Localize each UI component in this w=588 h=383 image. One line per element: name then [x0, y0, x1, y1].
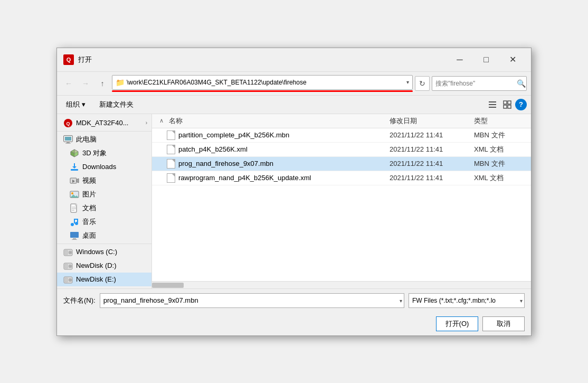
new-folder-button[interactable]: 新建文件夹 [94, 98, 138, 111]
file-list: ∧ 名称 修改日期 类型 partition_complete_p4K_b256… [152, 114, 531, 281]
sidebar-divider-2 [57, 244, 151, 244]
sidebar-music-label: 音乐 [82, 217, 96, 227]
sidebar-item-documents[interactable]: 文档 [57, 201, 151, 215]
minimize-button[interactable]: ─ [448, 52, 472, 67]
file-row-0[interactable]: partition_complete_p4K_b256K.mbn 2021/11… [152, 128, 531, 143]
filename-2: prog_nand_firehose_9x07.mbn [178, 160, 273, 167]
file-date-3: 2021/11/22 11:41 [390, 174, 474, 182]
organize-button[interactable]: 组织 ▾ [61, 98, 90, 111]
svg-rect-5 [504, 105, 507, 108]
forward-button[interactable]: → [78, 76, 93, 91]
open-button[interactable]: 打开(O) [436, 316, 478, 331]
sidebar-item-3d-objects[interactable]: 3D 对象 [57, 146, 151, 160]
svg-rect-38 [77, 219, 78, 222]
music-icon [70, 217, 79, 227]
sidebar-item-music[interactable]: 音乐 [57, 215, 151, 229]
filename-input[interactable] [100, 293, 404, 308]
svg-rect-3 [504, 101, 507, 104]
svg-rect-43 [65, 250, 68, 255]
filetype-select[interactable]: FW Files (*.txt;*.cfg;*.mbn;*.lo [409, 293, 525, 308]
drive-icon: Q [63, 118, 73, 128]
search-input[interactable] [435, 80, 515, 87]
sidebar-item-this-pc[interactable]: 此电脑 [57, 133, 151, 146]
sidebar-item-newdisk-d[interactable]: NewDisk (D:) [57, 259, 151, 273]
hdd-c-icon [63, 247, 73, 257]
filename-3: rawprogram_nand_p4K_b256K_update.xml [178, 174, 311, 182]
window-controls: ─ □ ✕ [448, 52, 525, 67]
back-button[interactable]: ← [61, 76, 76, 91]
actions-bar: 组织 ▾ 新建文件夹 ? [57, 96, 531, 114]
details-view-button[interactable] [500, 98, 514, 111]
filename-input-wrapper: ▾ [100, 293, 404, 308]
close-button[interactable]: ✕ [500, 52, 525, 67]
search-icon[interactable]: 🔍 [517, 79, 526, 88]
file-icon-1 [167, 145, 175, 154]
sidebar-desktop-label: 桌面 [82, 231, 96, 240]
sidebar-item-windows-c[interactable]: Windows (C:) [57, 245, 151, 259]
sidebar-newdisk-d-label: NewDisk (D:) [76, 261, 117, 269]
app-icon: Q [63, 54, 74, 65]
horizontal-scrollbar[interactable] [152, 281, 531, 288]
filename-bar: 文件名(N): ▾ FW Files (*.txt;*.cfg;*.mbn;*.… [57, 288, 531, 312]
column-name-header[interactable]: 名称 [167, 116, 390, 126]
address-bar[interactable]: 📁 \work\EC21KLFAR06A03M4G_SKT_BETA1122\u… [112, 75, 413, 90]
maximize-button[interactable]: □ [474, 52, 498, 67]
computer-icon [63, 135, 73, 144]
svg-rect-39 [70, 232, 79, 238]
content-area: Q MDK_AT32F40... › 此电 [57, 114, 531, 288]
file-row-2[interactable]: prog_nand_firehose_9x07.mbn 2021/11/22 1… [152, 157, 531, 171]
sidebar-item-mdk[interactable]: Q MDK_AT32F40... › [57, 116, 151, 130]
help-button[interactable]: ? [515, 99, 527, 110]
file-type-0: MBN 文件 [474, 130, 527, 140]
refresh-button[interactable]: ↻ [415, 76, 430, 91]
column-type-header[interactable]: 类型 [474, 116, 527, 126]
file-type-2: MBN 文件 [474, 159, 527, 169]
search-box[interactable]: 🔍 [432, 76, 527, 91]
sidebar-item-downloads[interactable]: Downloads [57, 160, 151, 174]
svg-rect-1 [489, 104, 496, 105]
svg-marker-21 [72, 166, 77, 169]
filetype-dropdown-arrow[interactable]: ▾ [520, 297, 523, 303]
svg-rect-11 [65, 137, 71, 141]
filename-label: 文件名(N): [63, 296, 96, 305]
svg-rect-51 [65, 278, 68, 282]
svg-point-49 [70, 266, 71, 267]
file-row-1[interactable]: patch_p4K_b256K.xml 2021/11/22 11:41 XML… [152, 143, 531, 157]
file-list-header: ∧ 名称 修改日期 类型 [152, 114, 531, 128]
file-icon-3 [167, 173, 175, 183]
svg-text:Q: Q [66, 121, 70, 126]
sidebar-newdisk-e-label: NewDisk (E:) [76, 275, 116, 283]
toolbar: ← → ↑ 📁 \work\EC21KLFAR06A03M4G_SKT_BETA… [57, 72, 531, 96]
file-icon-2 [167, 159, 175, 169]
action-buttons-bar: 打开(O) 取消 [57, 312, 531, 335]
video-icon [70, 176, 79, 185]
column-date-header[interactable]: 修改日期 [390, 116, 474, 126]
sidebar-item-desktop[interactable]: 桌面 [57, 229, 151, 242]
file-row-3[interactable]: rawprogram_nand_p4K_b256K_update.xml 202… [152, 171, 531, 185]
sidebar-item-newdisk-e[interactable]: NewDisk (E:) [57, 273, 151, 286]
svg-rect-18 [71, 169, 78, 171]
list-view-button[interactable] [486, 98, 499, 111]
svg-rect-2 [489, 107, 496, 108]
sidebar-3d-label: 3D 对象 [82, 148, 107, 158]
sidebar-this-pc-label: 此电脑 [76, 135, 97, 144]
file-date-2: 2021/11/22 11:41 [390, 160, 474, 167]
svg-point-53 [70, 279, 71, 281]
sidebar-mdk-expand: › [146, 120, 147, 126]
filetype-wrapper: FW Files (*.txt;*.cfg;*.mbn;*.lo ▾ [409, 293, 525, 308]
file-date-0: 2021/11/22 11:41 [390, 131, 474, 139]
scrollbar-thumb[interactable] [152, 283, 184, 288]
new-folder-label: 新建文件夹 [99, 100, 134, 109]
address-dropdown-arrow[interactable]: ▾ [406, 79, 409, 85]
sidebar-item-videos[interactable]: 视频 [57, 174, 151, 188]
cancel-button[interactable]: 取消 [482, 316, 525, 331]
hdd-e-icon [63, 275, 73, 284]
sidebar-downloads-label: Downloads [82, 163, 116, 171]
file-type-3: XML 文档 [474, 173, 527, 183]
sidebar-divider-1 [57, 131, 151, 132]
file-type-1: XML 文档 [474, 145, 527, 154]
sidebar-item-pictures[interactable]: 图片 [57, 188, 151, 201]
collapse-button[interactable]: ∧ [156, 117, 167, 124]
filename-dropdown-icon[interactable]: ▾ [400, 297, 402, 303]
up-button[interactable]: ↑ [95, 76, 110, 91]
